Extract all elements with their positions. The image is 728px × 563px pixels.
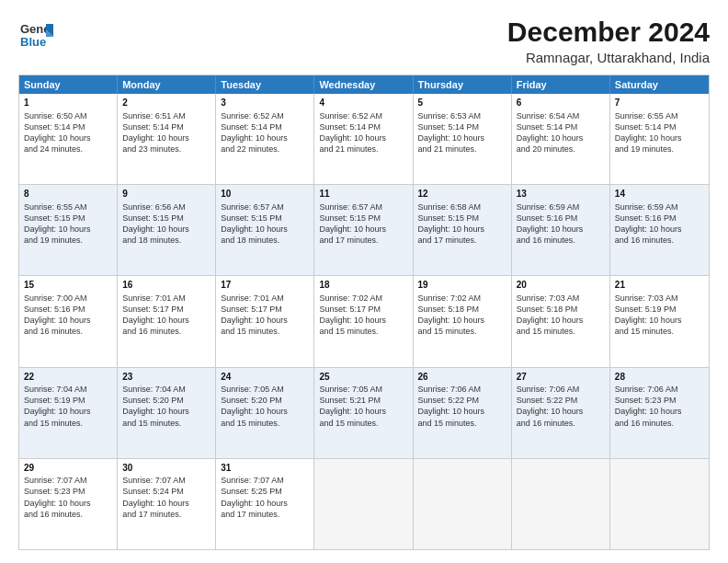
day-number: 26 [418, 371, 506, 384]
cell-info: Sunset: 5:17 PM [122, 304, 210, 315]
calendar-cell: 20Sunrise: 7:03 AMSunset: 5:18 PMDayligh… [512, 276, 610, 366]
cell-info: Sunset: 5:15 PM [24, 213, 112, 224]
cell-info: Daylight: 10 hours [517, 132, 605, 144]
cell-info: Sunset: 5:23 PM [24, 486, 112, 497]
subtitle: Ramnagar, Uttarakhand, India [507, 50, 710, 65]
calendar-cell: 12Sunrise: 6:58 AMSunset: 5:15 PMDayligh… [414, 185, 512, 275]
day-number: 6 [517, 97, 605, 109]
cell-info: Daylight: 10 hours [418, 406, 506, 417]
cell-info: Sunset: 5:19 PM [24, 395, 112, 406]
day-number: 23 [122, 371, 210, 384]
cell-info: Sunrise: 7:02 AM [418, 293, 506, 304]
cell-info: Sunset: 5:15 PM [122, 213, 210, 224]
cell-info: and 21 minutes. [418, 144, 506, 155]
cell-info: Sunset: 5:16 PM [615, 213, 704, 224]
header-wednesday: Wednesday [314, 75, 413, 94]
cell-info: and 20 minutes. [517, 144, 605, 155]
calendar-cell: 27Sunrise: 7:06 AMSunset: 5:22 PMDayligh… [512, 368, 610, 458]
cell-info: Daylight: 10 hours [24, 406, 112, 417]
cell-info: and 15 minutes. [319, 326, 407, 337]
cell-info: Sunset: 5:14 PM [615, 121, 704, 132]
calendar-row-3: 15Sunrise: 7:00 AMSunset: 5:16 PMDayligh… [19, 276, 709, 367]
calendar-cell: 6Sunrise: 6:54 AMSunset: 5:14 PMDaylight… [512, 94, 610, 184]
cell-info: Sunrise: 7:03 AM [517, 293, 605, 304]
cell-info: Daylight: 10 hours [24, 224, 112, 235]
day-number: 4 [319, 97, 407, 109]
cell-info: Sunset: 5:17 PM [221, 304, 309, 315]
day-number: 17 [221, 279, 309, 292]
logo: General Blue [18, 17, 53, 52]
cell-info: Daylight: 10 hours [319, 132, 407, 144]
cell-info: Daylight: 10 hours [517, 315, 605, 326]
cell-info: Sunrise: 7:03 AM [615, 293, 704, 304]
cell-info: and 22 minutes. [221, 144, 309, 155]
cell-info: Daylight: 10 hours [319, 224, 407, 235]
cell-info: Sunrise: 7:06 AM [615, 384, 704, 395]
cell-info: and 18 minutes. [221, 235, 309, 246]
cell-info: Sunrise: 7:04 AM [122, 384, 210, 395]
cell-info: Sunrise: 7:07 AM [221, 475, 309, 486]
cell-info: and 15 minutes. [319, 418, 407, 429]
cell-info: Daylight: 10 hours [319, 406, 407, 417]
calendar: Sunday Monday Tuesday Wednesday Thursday… [18, 75, 710, 550]
cell-info: Sunrise: 6:57 AM [319, 201, 407, 213]
calendar-body: 1Sunrise: 6:50 AMSunset: 5:14 PMDaylight… [19, 94, 709, 549]
calendar-cell: 15Sunrise: 7:00 AMSunset: 5:16 PMDayligh… [19, 276, 118, 366]
calendar-cell [610, 459, 709, 549]
cell-info: and 21 minutes. [319, 144, 407, 155]
calendar-cell: 11Sunrise: 6:57 AMSunset: 5:15 PMDayligh… [314, 185, 413, 275]
cell-info: Sunrise: 7:06 AM [418, 384, 506, 395]
day-number: 25 [319, 371, 407, 384]
cell-info: and 16 minutes. [122, 326, 210, 337]
cell-info: and 15 minutes. [517, 326, 605, 337]
cell-info: and 15 minutes. [615, 326, 704, 337]
cell-info: Sunrise: 6:55 AM [615, 110, 704, 121]
day-number: 14 [615, 188, 704, 201]
day-number: 15 [24, 279, 112, 292]
cell-info: Sunrise: 6:53 AM [418, 110, 506, 121]
cell-info: Sunset: 5:18 PM [418, 304, 506, 315]
header-thursday: Thursday [414, 75, 512, 94]
cell-info: Sunset: 5:24 PM [122, 486, 210, 497]
day-number: 29 [24, 462, 112, 475]
cell-info: Sunrise: 6:56 AM [122, 201, 210, 213]
header-tuesday: Tuesday [216, 75, 314, 94]
calendar-cell: 26Sunrise: 7:06 AMSunset: 5:22 PMDayligh… [414, 368, 512, 458]
calendar-cell: 21Sunrise: 7:03 AMSunset: 5:19 PMDayligh… [610, 276, 709, 366]
calendar-header: Sunday Monday Tuesday Wednesday Thursday… [19, 75, 709, 94]
cell-info: Sunset: 5:21 PM [319, 395, 407, 406]
cell-info: Sunset: 5:20 PM [122, 395, 210, 406]
cell-info: Daylight: 10 hours [122, 406, 210, 417]
cell-info: Sunrise: 6:59 AM [517, 201, 605, 213]
calendar-cell: 9Sunrise: 6:56 AMSunset: 5:15 PMDaylight… [118, 185, 216, 275]
header: General Blue December 2024 Ramnagar, Utt… [18, 17, 710, 65]
calendar-cell: 17Sunrise: 7:01 AMSunset: 5:17 PMDayligh… [216, 276, 314, 366]
cell-info: Sunset: 5:20 PM [221, 395, 309, 406]
day-number: 2 [122, 97, 210, 109]
cell-info: Daylight: 10 hours [319, 315, 407, 326]
day-number: 16 [122, 279, 210, 292]
day-number: 30 [122, 462, 210, 475]
day-number: 5 [418, 97, 506, 109]
cell-info: Sunrise: 7:07 AM [24, 475, 112, 486]
calendar-cell [414, 459, 512, 549]
header-sunday: Sunday [19, 75, 118, 94]
title-section: December 2024 Ramnagar, Uttarakhand, Ind… [507, 17, 710, 65]
calendar-cell: 3Sunrise: 6:52 AMSunset: 5:14 PMDaylight… [216, 94, 314, 184]
cell-info: Daylight: 10 hours [615, 315, 704, 326]
cell-info: and 16 minutes. [615, 418, 704, 429]
cell-info: Sunrise: 6:50 AM [24, 110, 112, 121]
cell-info: and 17 minutes. [319, 235, 407, 246]
cell-info: Sunrise: 7:01 AM [221, 293, 309, 304]
cell-info: Daylight: 10 hours [517, 224, 605, 235]
cell-info: Sunrise: 7:05 AM [319, 384, 407, 395]
cell-info: and 15 minutes. [24, 418, 112, 429]
cell-info: Sunrise: 6:58 AM [418, 201, 506, 213]
cell-info: Sunrise: 6:57 AM [221, 201, 309, 213]
cell-info: Sunset: 5:22 PM [517, 395, 605, 406]
calendar-cell: 30Sunrise: 7:07 AMSunset: 5:24 PMDayligh… [118, 459, 216, 549]
day-number: 8 [24, 188, 112, 201]
calendar-cell: 14Sunrise: 6:59 AMSunset: 5:16 PMDayligh… [610, 185, 709, 275]
cell-info: Sunset: 5:25 PM [221, 486, 309, 497]
cell-info: Daylight: 10 hours [615, 132, 704, 144]
